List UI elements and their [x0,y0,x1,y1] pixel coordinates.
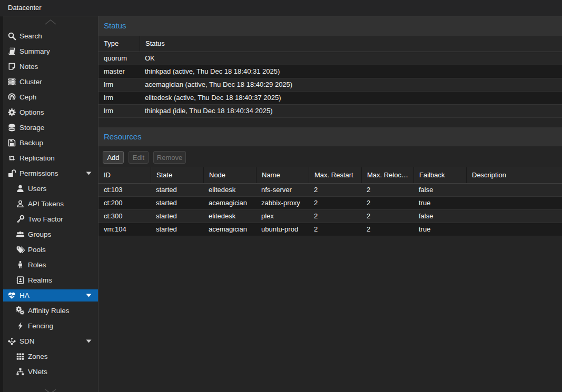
tree-scroll-up-icon[interactable] [44,19,57,25]
resources-column-header-state[interactable]: State [151,167,203,183]
sidebar-item-pools[interactable]: Pools [3,244,98,256]
sidebar-item-label: Realms [28,274,52,286]
status-cell-status: OK [140,52,562,65]
status-column-header-status[interactable]: Status [140,36,562,52]
chevron-down-icon[interactable] [86,172,92,175]
sidebar-item-groups[interactable]: Groups [3,228,98,240]
sidebar-item-label: Permissions [19,167,58,179]
status-cell-status: thinkpad (active, Thu Dec 18 18:40:31 20… [140,65,562,78]
resources-cell-id: ct:103 [98,184,151,196]
users-icon [16,230,25,239]
ceph-icon [7,93,16,102]
status-cell-type: lrm [98,78,140,91]
status-cell-type: lrm [98,92,140,104]
sidebar-item-realms[interactable]: Realms [3,274,98,286]
resources-cell-name: plex [256,210,309,223]
search-icon [7,32,16,41]
sidebar-item-permissions[interactable]: Permissions [3,167,98,179]
sidebar-item-label: Replication [19,152,55,164]
resources-cell-id: vm:104 [98,223,151,236]
status-column-header-type[interactable]: Type [98,36,140,52]
resources-panel-header: Resources [98,127,562,146]
sidebar-item-summary[interactable]: Summary [3,45,98,57]
sidebar-item-notes[interactable]: Notes [3,61,98,73]
sidebar-item-label: Roles [28,259,46,271]
resources-cell-node: elitedesk [203,184,256,196]
sidebar-item-label: Search [19,30,42,42]
resources-row-vm-104[interactable]: vm:104startedacemagicianubuntu-prod22tru… [98,223,562,236]
tree-scroll-down-icon[interactable] [44,388,57,392]
page-title: Datacenter [8,0,42,16]
edit-button[interactable]: Edit [129,151,149,164]
sidebar-item-fencing[interactable]: Fencing [3,320,98,332]
person-icon [16,260,25,269]
sidebar-item-label: Cluster [19,76,42,88]
sidebar-item-api-tokens[interactable]: API Tokens [3,198,98,210]
tree-item-list: SearchSummaryNotesClusterCephOptionsStor… [3,30,98,381]
resources-column-header-max-restart[interactable]: Max. Restart [309,167,361,183]
remove-button[interactable]: Remove [153,151,186,164]
resources-cell-node: elitedesk [203,210,256,223]
sidebar-item-backup[interactable]: Backup [3,137,98,149]
sdn-icon [7,337,16,346]
sidebar-item-users[interactable]: Users [3,183,98,195]
tags-icon [16,245,25,254]
key-icon [16,215,25,224]
resources-column-header-max-reloc[interactable]: Max. Reloc… [361,167,413,183]
resources-cell-name: zabbix-proxy [256,197,309,209]
status-cell-type: quorum [98,52,140,65]
resources-row-ct-103[interactable]: ct:103startedelitedesknfs-server22false [98,184,562,197]
chevron-down-icon[interactable] [86,294,92,297]
sidebar-item-label: Users [28,183,46,195]
resources-column-header-id[interactable]: ID [98,167,151,183]
unlock-icon [7,169,16,178]
status-row-master[interactable]: masterthinkpad (active, Thu Dec 18 18:40… [98,65,562,78]
resources-column-header-node[interactable]: Node [203,167,256,183]
sidebar-item-search[interactable]: Search [3,30,98,42]
resources-row-ct-300[interactable]: ct:300startedelitedeskplex22false [98,210,562,223]
sidebar-item-vnets[interactable]: VNets [3,366,98,378]
resources-cell-max-reloc: 2 [361,184,413,196]
resources-row-ct-200[interactable]: ct:200startedacemagicianzabbix-proxy22tr… [98,197,562,210]
resources-cell-state: started [151,223,203,236]
sidebar-item-ceph[interactable]: Ceph [3,91,98,103]
gears-icon [16,306,25,315]
sidebar-item-label: Storage [19,122,44,134]
sidebar-item-affinity-rules[interactable]: Affinity Rules [3,305,98,317]
sidebar-item-ha[interactable]: HA [3,289,98,301]
status-row-lrm[interactable]: lrmelitedesk (active, Thu Dec 18 18:40:3… [98,92,562,105]
database-icon [7,123,16,132]
sidebar-item-sdn[interactable]: SDN [3,335,98,347]
resources-cell-failback: false [413,184,466,196]
user-outline-icon [16,199,25,208]
resources-column-header-failback[interactable]: Failback [413,167,466,183]
book-icon [7,47,16,56]
status-row-quorum[interactable]: quorumOK [98,52,562,65]
sidebar-item-zones[interactable]: Zones [3,350,98,363]
resources-column-header-description[interactable]: Description [466,167,562,183]
sidebar-item-options[interactable]: Options [3,106,98,118]
resources-column-header-name[interactable]: Name [256,167,309,183]
sidebar-item-replication[interactable]: Replication [3,152,98,164]
status-cell-type: master [98,65,140,78]
gear-icon [7,108,16,117]
resources-cell-id: ct:200 [98,197,151,209]
sidebar-item-storage[interactable]: Storage [3,122,98,134]
resources-cell-description [466,210,562,223]
resources-cell-failback: false [413,210,466,223]
resources-cell-max-restart: 2 [309,223,361,236]
resources-cell-node: acemagician [203,223,256,236]
status-row-lrm[interactable]: lrmthinkpad (idle, Thu Dec 18 18:40:34 2… [98,105,562,118]
status-row-lrm[interactable]: lrmacemagician (active, Thu Dec 18 18:40… [98,78,562,92]
sidebar-item-cluster[interactable]: Cluster [3,76,98,88]
sidebar-item-label: Zones [28,350,48,363]
sidebar-item-label: SDN [19,335,35,347]
sidebar-item-roles[interactable]: Roles [3,259,98,271]
add-button[interactable]: Add [103,151,124,164]
chevron-down-icon[interactable] [86,339,92,343]
resources-cell-name: ubuntu-prod [256,223,309,236]
resources-cell-node: acemagician [203,197,256,209]
sidebar-item-two-factor[interactable]: Two Factor [3,213,98,225]
sidebar-item-label: API Tokens [28,198,64,210]
floppy-icon [7,138,16,147]
